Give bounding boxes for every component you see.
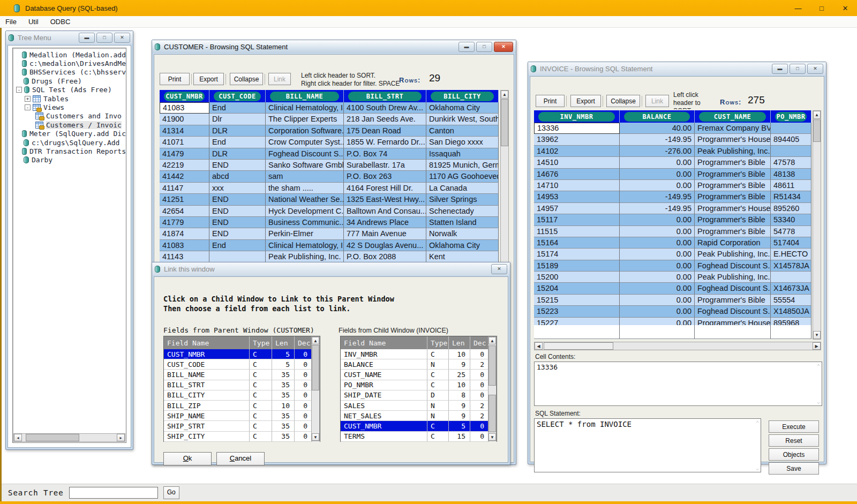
table-row[interactable]: 14957 -149.95 Programmer's House 895260 [534, 203, 811, 214]
grid-cell[interactable]: 0.00 [620, 214, 695, 225]
grid-cell[interactable]: 41779 [160, 217, 209, 228]
grid-cell[interactable]: Foghead Discount S... [695, 306, 771, 317]
grid-cell[interactable]: 0.00 [620, 260, 695, 272]
column-header[interactable]: INV_NMBR [534, 110, 620, 123]
reset-button[interactable]: Reset [769, 434, 819, 447]
grid-cell[interactable]: 41314 [160, 125, 209, 137]
grid-cell[interactable]: Sanko Software Gmbh [266, 160, 344, 171]
tree-item[interactable]: Tables [13, 94, 126, 103]
column-header[interactable]: BILL_NAME [266, 90, 344, 102]
field-row[interactable]: CUST_NMBR C 5 0 [164, 349, 320, 359]
table-row[interactable]: 41900 Dlr The Clipper Experts 218 Jan Se… [160, 114, 499, 125]
grid-cell[interactable]: Programmer's Bible [695, 295, 771, 306]
grid-cell[interactable]: Programmer's Bible [695, 226, 771, 237]
grid-cell[interactable]: 4164 Forest Hill Dr. [344, 183, 426, 194]
field-row[interactable]: BILL_CITY C 35 0 [164, 390, 320, 401]
table-row[interactable]: 41442 abcd sam P.O. Box 263 1170 AG Gooh… [160, 171, 499, 182]
grid-cell[interactable]: Clinical Hematology, I... [266, 240, 344, 251]
grid-cell[interactable]: END [209, 206, 266, 217]
grid-cell[interactable]: Corporation Software... [266, 125, 344, 137]
grid-cell[interactable]: Rapid Corporation [695, 237, 771, 249]
grid-cell[interactable]: Dunkirk West, South [426, 114, 499, 125]
grid-cell[interactable]: Schenectady [426, 206, 499, 217]
grid-cell[interactable]: End [209, 102, 266, 114]
grid-cell[interactable]: 13336 [534, 123, 620, 134]
scroll-left-icon[interactable]: ◀ [535, 342, 543, 350]
grid-cell[interactable]: 41147 [160, 183, 209, 194]
grid-cell[interactable]: 895968 [771, 318, 811, 325]
column-header[interactable]: BALANCE [620, 110, 695, 123]
invoice-vertical-scrollbar[interactable]: ▲ ▼ [813, 110, 821, 340]
customer-titlebar[interactable]: CUSTOMER - Browsing SQL Statement ▬ □ ✕ [152, 40, 516, 53]
grid-cell[interactable]: Programmer's Bible [695, 169, 771, 180]
grid-cell[interactable]: 41900 [160, 114, 209, 125]
close-icon[interactable]: ✕ [114, 33, 130, 43]
grid-cell[interactable]: 218 Jan Seeds Ave. [344, 114, 426, 125]
grid-cell[interactable]: Programmer's Bible [695, 157, 771, 168]
link-button[interactable]: Link [645, 95, 669, 107]
grid-cell[interactable]: END [209, 194, 266, 205]
tree-item[interactable]: Drugs (Free) [13, 77, 126, 85]
scroll-down-icon[interactable]: ⌄ [756, 465, 759, 471]
grid-cell[interactable]: DLR [209, 125, 266, 137]
table-row[interactable]: 41779 END Business Communic... 34 Andrew… [160, 217, 499, 228]
grid-cell[interactable]: 517404 [771, 237, 811, 249]
grid-cell[interactable]: 15200 [534, 272, 620, 283]
scroll-thumb[interactable] [488, 345, 496, 386]
table-row[interactable]: 13962 -149.95 Programmer's House 894405 [534, 134, 811, 145]
grid-cell[interactable]: 41251 [160, 194, 209, 205]
grid-cell[interactable]: 0.00 [620, 249, 695, 260]
collapse-expander-icon[interactable] [16, 87, 22, 93]
grid-cell[interactable]: 15204 [534, 283, 620, 294]
grid-cell[interactable]: 0.00 [620, 295, 695, 306]
grid-cell[interactable]: Surabellastr. 17a [344, 160, 426, 171]
collapse-button[interactable]: Collapse [230, 73, 263, 85]
invoice-titlebar[interactable]: INVOICE - Browsing SQL Statement ▬ □ ✕ [528, 62, 826, 75]
grid-cell[interactable]: 777 Main Avenue [344, 228, 426, 239]
minimize-icon[interactable]: ▬ [79, 33, 95, 43]
grid-cell[interactable]: 1170 AG Goohoeved. [426, 171, 499, 182]
table-row[interactable]: 41479 DLR Foghead Discount S... P.O. Box… [160, 148, 499, 160]
grid-cell[interactable]: 15164 [534, 237, 620, 249]
grid-cell[interactable]: 41874 [160, 228, 209, 239]
table-row[interactable]: 15223 0.00 Foghead Discount S... X14850J… [534, 306, 811, 317]
scroll-left-icon[interactable]: ◂ [14, 434, 22, 441]
grid-cell[interactable]: 48611 [771, 180, 811, 191]
grid-cell[interactable]: 0.00 [620, 169, 695, 180]
grid-cell[interactable]: 34 Andrews Place [344, 217, 426, 228]
maximize-icon[interactable]: □ [810, 0, 833, 16]
table-row[interactable]: 15200 0.00 Peak Publishing, Inc. [534, 272, 811, 283]
table-row[interactable]: 41143 Peak Publishing, Inc. P.O. Box 208… [160, 251, 499, 262]
grid-cell[interactable]: Issaquah [426, 148, 499, 160]
grid-cell[interactable]: End [209, 240, 266, 251]
field-row[interactable]: CUST_NMBR C 5 0 [341, 421, 497, 431]
grid-cell[interactable]: xxx [209, 183, 266, 194]
expand-expander-icon[interactable] [25, 96, 31, 102]
table-row[interactable]: 42654 END Hyck Development C... Balltown… [160, 206, 499, 217]
tree-horizontal-scrollbar[interactable]: ◂ ▸ [13, 433, 125, 442]
grid-cell[interactable]: Balltown And Consau... [344, 206, 426, 217]
grid-cell[interactable]: Programmer's House [695, 203, 771, 214]
scroll-up-icon[interactable]: ⌃ [817, 363, 820, 369]
table-row[interactable]: 42219 END Sanko Software Gmbh Surabellas… [160, 160, 499, 171]
grid-cell[interactable]: Canton [426, 125, 499, 137]
field-row[interactable]: BILL_NAME C 35 0 [164, 370, 320, 380]
scroll-up-icon[interactable]: ▲ [813, 111, 821, 119]
grid-cell[interactable]: 15223 [534, 306, 620, 317]
app-titlebar[interactable]: Database Query (SQL-based) — □ ✕ [0, 0, 857, 16]
grid-cell[interactable]: 15189 [534, 260, 620, 272]
scroll-up-icon[interactable]: ▲ [488, 337, 496, 344]
grid-cell[interactable]: P.O. Box 74 [344, 148, 426, 160]
table-row[interactable]: 41314 DLR Corporation Software... 175 De… [160, 125, 499, 137]
table-row[interactable]: 15189 0.00 Foghead Discount S... X14578J… [534, 260, 811, 272]
grid-cell[interactable]: 0.00 [620, 180, 695, 191]
grid-cell[interactable]: Dlr [209, 114, 266, 125]
grid-cell[interactable]: END [209, 228, 266, 239]
table-row[interactable]: 13336 40.00 Fremax Company BV [534, 123, 811, 134]
column-header[interactable]: CUST_NMBR [160, 90, 209, 102]
grid-cell[interactable]: Foghead Discount S... [695, 260, 771, 272]
field-row[interactable]: SHIP_CITY C 35 0 [164, 432, 320, 442]
scroll-up-icon[interactable]: ⌃ [756, 420, 759, 426]
tree-item[interactable]: Customers and Invo [13, 112, 126, 121]
grid-cell[interactable]: Foghead Discount S... [266, 148, 344, 160]
